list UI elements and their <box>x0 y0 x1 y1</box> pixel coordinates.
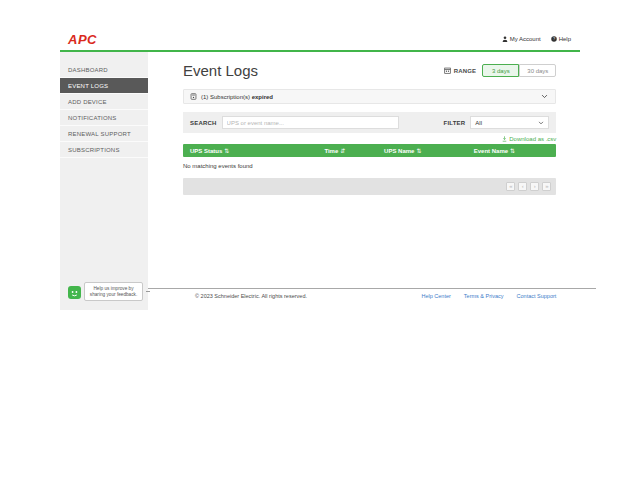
subscription-expired-text: (1) Subscription(s) expired <box>201 94 273 100</box>
filter-selected-value: All <box>475 120 482 126</box>
sidebar-nav: DASHBOARD EVENT LOGS ADD DEVICE NOTIFICA… <box>60 52 148 310</box>
search-input[interactable] <box>222 116 399 129</box>
sidebar-item-renewal-support[interactable]: RENEWAL SUPPORT <box>60 126 148 142</box>
main-content: Event Logs RANGE 3 days 30 days (1) Subs… <box>148 52 596 310</box>
range-label: RANGE <box>454 68 477 74</box>
my-account-button[interactable]: My Account <box>502 36 541 42</box>
person-icon <box>502 36 508 42</box>
empty-table-message: No matching events found <box>183 163 556 169</box>
contact-support-link[interactable]: Contact Support <box>517 293 557 299</box>
events-table-header: UPS Status⇅ Time⇵ UPS Name⇅ Event Name⇅ <box>183 144 556 157</box>
sidebar-item-event-logs[interactable]: EVENT LOGS <box>60 78 148 94</box>
range-30-days-button[interactable]: 30 days <box>519 64 556 77</box>
date-range-icon <box>444 67 451 74</box>
feedback-tooltip-pointer <box>146 291 150 292</box>
feedback-button[interactable] <box>68 286 81 299</box>
top-header: APC My Account ? Help <box>60 28 580 50</box>
help-label: Help <box>559 36 571 42</box>
filter-select[interactable]: All <box>470 116 549 129</box>
sidebar-item-notifications[interactable]: NOTIFICATIONS <box>60 110 148 126</box>
copyright-text: © 2023 Schneider Electric. All rights re… <box>195 293 307 299</box>
search-label: SEARCH <box>190 120 217 126</box>
download-icon <box>502 136 507 142</box>
help-center-link[interactable]: Help Center <box>421 293 450 299</box>
pagination-last-button[interactable]: » <box>542 182 551 191</box>
page-title: Event Logs <box>183 62 258 79</box>
column-ups-name[interactable]: UPS Name⇅ <box>377 147 467 154</box>
column-time[interactable]: Time⇵ <box>317 147 377 154</box>
filter-label: FILTER <box>444 120 466 126</box>
download-csv-link[interactable]: Download as .csv <box>502 136 556 142</box>
pagination-prev-button[interactable]: ‹ <box>518 182 527 191</box>
range-control: RANGE 3 days 30 days <box>444 64 557 77</box>
pagination-first-button[interactable]: « <box>506 182 515 191</box>
sort-icon: ⇅ <box>224 148 229 154</box>
column-event-name[interactable]: Event Name⇅ <box>467 147 557 154</box>
sidebar-item-subscriptions[interactable]: SUBSCRIPTIONS <box>60 142 148 158</box>
help-button[interactable]: ? Help <box>551 36 571 42</box>
pagination-bar: « ‹ › » <box>183 178 556 195</box>
smiley-face-icon <box>68 287 81 300</box>
feedback-tooltip: Help us improve by sharing your feedback… <box>84 282 143 301</box>
app-window: APC My Account ? Help DASHBOARD EVENT LO… <box>60 28 580 310</box>
sidebar-item-add-device[interactable]: ADD DEVICE <box>60 94 148 110</box>
page-footer: © 2023 Schneider Electric. All rights re… <box>148 288 596 299</box>
column-ups-status[interactable]: UPS Status⇅ <box>183 147 317 154</box>
subscription-expired-banner[interactable]: (1) Subscription(s) expired <box>183 89 556 104</box>
sort-icon: ⇅ <box>510 148 515 154</box>
range-3-days-button[interactable]: 3 days <box>482 64 519 77</box>
sort-icon: ⇅ <box>416 148 421 154</box>
apc-logo: APC <box>68 32 97 47</box>
my-account-label: My Account <box>510 36 541 42</box>
terms-privacy-link[interactable]: Terms & Privacy <box>464 293 504 299</box>
sort-icon: ⇵ <box>340 148 345 154</box>
ups-device-icon <box>190 93 197 100</box>
help-icon: ? <box>551 36 557 42</box>
select-chevron-down-icon <box>538 121 544 125</box>
pagination-next-button[interactable]: › <box>530 182 539 191</box>
chevron-down-icon[interactable] <box>541 94 548 99</box>
search-filter-bar: SEARCH FILTER All <box>183 112 556 133</box>
sidebar-item-dashboard[interactable]: DASHBOARD <box>60 62 148 78</box>
